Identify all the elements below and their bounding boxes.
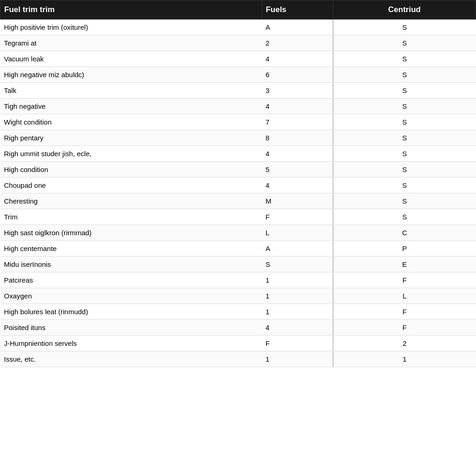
cell-trim: Poisited ituns (0, 320, 262, 336)
cell-fuels: 4 (262, 99, 333, 114)
cell-centriud: S (333, 35, 476, 51)
cell-trim: Tegrami at (0, 35, 262, 51)
header-fuel-trim: Fuel trim trim (0, 0, 262, 20)
cell-centriud: S (333, 209, 476, 225)
cell-centriud: F (333, 304, 476, 320)
cell-centriud: L (333, 288, 476, 304)
cell-fuels: 6 (262, 67, 333, 83)
cell-trim: Vacuum leak (0, 51, 262, 67)
cell-centriud: S (333, 146, 476, 162)
cell-trim: Tigh negative (0, 99, 262, 114)
header-centriud: Centriud (333, 0, 476, 20)
cell-fuels: 4 (262, 320, 333, 336)
cell-centriud: S (333, 20, 476, 35)
table-row: Wight condition7S (0, 114, 476, 130)
cell-fuels: S (262, 257, 333, 272)
table-row: Midu iserInonisSE (0, 257, 476, 272)
table-row: CherestingMS (0, 193, 476, 209)
cell-centriud: S (333, 114, 476, 130)
cell-fuels: 5 (262, 162, 333, 178)
table-row: Issue, etc.11 (0, 351, 476, 367)
table-row: Choupad one4S (0, 178, 476, 193)
cell-fuels: 1 (262, 288, 333, 304)
cell-fuels: F (262, 209, 333, 225)
cell-fuels: A (262, 20, 333, 35)
cell-trim: Righ pentary (0, 130, 262, 146)
table-row: Tigh negative4S (0, 99, 476, 114)
cell-centriud: S (333, 193, 476, 209)
table-row: High positivie trim (oxiturel)AS (0, 20, 476, 35)
cell-centriud: F (333, 320, 476, 336)
table-row: TrimFS (0, 209, 476, 225)
cell-trim: High centemante (0, 241, 262, 257)
cell-fuels: L (262, 225, 333, 241)
cell-centriud: P (333, 241, 476, 257)
table-header-row: Fuel trim trim Fuels Centriud (0, 0, 476, 20)
table-row: Oxaygen1L (0, 288, 476, 304)
cell-trim: Talk (0, 83, 262, 99)
cell-fuels: 1 (262, 304, 333, 320)
cell-centriud: S (333, 162, 476, 178)
cell-centriud: S (333, 178, 476, 193)
cell-fuels: 4 (262, 146, 333, 162)
header-fuels: Fuels (262, 0, 333, 20)
table-body: High positivie trim (oxiturel)ASTegrami … (0, 20, 476, 367)
cell-fuels: 2 (262, 35, 333, 51)
cell-centriud: 2 (333, 336, 476, 351)
table-row: High sast oiglkron (rirmmad)LC (0, 225, 476, 241)
cell-centriud: S (333, 67, 476, 83)
cell-fuels: 4 (262, 51, 333, 67)
cell-trim: Oxaygen (0, 288, 262, 304)
cell-fuels: A (262, 241, 333, 257)
main-table: Fuel trim trim Fuels Centriud High posit… (0, 0, 476, 367)
table-row: J-Humpniention servelsF2 (0, 336, 476, 351)
cell-trim: Wight condition (0, 114, 262, 130)
table-row: High centemanteAP (0, 241, 476, 257)
cell-trim: High condition (0, 162, 262, 178)
table-row: High negative miz abuldc)6S (0, 67, 476, 83)
cell-centriud: 1 (333, 351, 476, 367)
table-row: Talk3S (0, 83, 476, 99)
table-row: Poisited ituns4F (0, 320, 476, 336)
cell-fuels: M (262, 193, 333, 209)
table-row: Patcireas1F (0, 272, 476, 288)
table-row: High condition5S (0, 162, 476, 178)
cell-trim: High positivie trim (oxiturel) (0, 20, 262, 35)
cell-fuels: 8 (262, 130, 333, 146)
cell-centriud: S (333, 99, 476, 114)
cell-trim: Cheresting (0, 193, 262, 209)
cell-trim: Midu iserInonis (0, 257, 262, 272)
cell-trim: Patcireas (0, 272, 262, 288)
cell-trim: Trim (0, 209, 262, 225)
cell-fuels: F (262, 336, 333, 351)
cell-trim: High bolures leat (rinmudd) (0, 304, 262, 320)
table-row: Tegrami at2S (0, 35, 476, 51)
cell-fuels: 4 (262, 178, 333, 193)
cell-centriud: S (333, 83, 476, 99)
cell-centriud: S (333, 130, 476, 146)
table-row: High bolures leat (rinmudd)1F (0, 304, 476, 320)
cell-trim: Issue, etc. (0, 351, 262, 367)
cell-fuels: 1 (262, 272, 333, 288)
cell-trim: J-Humpniention servels (0, 336, 262, 351)
cell-trim: High negative miz abuldc) (0, 67, 262, 83)
cell-fuels: 3 (262, 83, 333, 99)
table-row: Righ pentary8S (0, 130, 476, 146)
cell-centriud: S (333, 51, 476, 67)
cell-trim: Choupad one (0, 178, 262, 193)
cell-fuels: 7 (262, 114, 333, 130)
cell-trim: Righ ummit studer jish, ecle, (0, 146, 262, 162)
table-row: Vacuum leak4S (0, 51, 476, 67)
cell-centriud: E (333, 257, 476, 272)
table-row: Righ ummit studer jish, ecle,4S (0, 146, 476, 162)
cell-centriud: F (333, 272, 476, 288)
cell-fuels: 1 (262, 351, 333, 367)
cell-trim: High sast oiglkron (rirmmad) (0, 225, 262, 241)
cell-centriud: C (333, 225, 476, 241)
